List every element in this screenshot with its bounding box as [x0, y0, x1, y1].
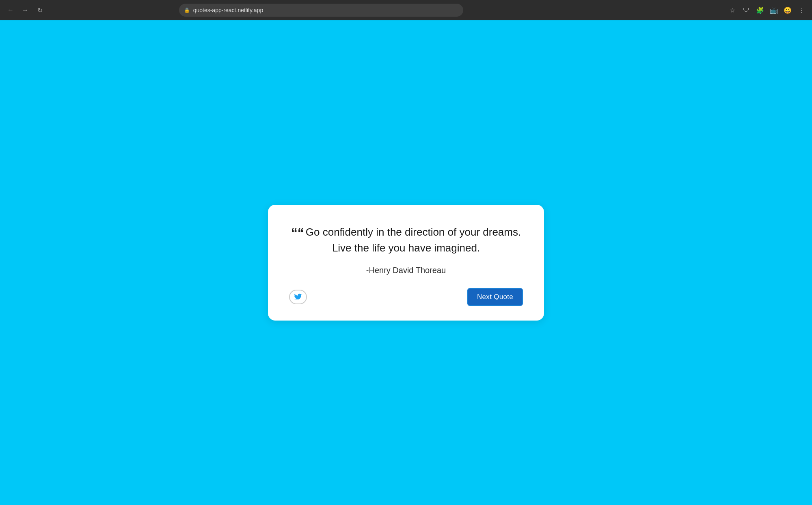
quote-author: -Henry David Thoreau	[289, 266, 523, 275]
star-button[interactable]: ☆	[727, 4, 738, 16]
menu-button[interactable]: ⋮	[796, 4, 807, 16]
lock-icon: 🔒	[184, 7, 190, 13]
cast-button[interactable]: 📺	[768, 4, 780, 16]
quote-text: ““Go confidently in the direction of you…	[289, 224, 523, 256]
browser-chrome: ← → ↻ 🔒 quotes-app-react.netlify.app ☆ 🛡…	[0, 0, 812, 20]
forward-button[interactable]: →	[19, 4, 31, 16]
next-quote-button[interactable]: Next Quote	[467, 288, 523, 306]
card-footer: Next Quote	[289, 288, 523, 306]
shield-button[interactable]: 🛡	[741, 4, 752, 16]
quote-card: ““Go confidently in the direction of you…	[268, 205, 544, 321]
address-bar: 🔒 quotes-app-react.netlify.app	[179, 4, 463, 17]
browser-actions: ☆ 🛡 🧩 📺 😀 ⋮	[727, 4, 807, 16]
back-button[interactable]: ←	[5, 4, 16, 16]
url-text: quotes-app-react.netlify.app	[193, 7, 458, 13]
twitter-icon	[294, 293, 302, 301]
quote-body: Go confidently in the direction of your …	[306, 226, 521, 254]
twitter-share-button[interactable]	[289, 290, 307, 304]
reload-button[interactable]: ↻	[34, 4, 45, 16]
puzzle-button[interactable]: 🧩	[754, 4, 766, 16]
main-content: ““Go confidently in the direction of you…	[0, 20, 812, 505]
profile-button[interactable]: 😀	[782, 4, 793, 16]
quote-mark: ““	[291, 225, 304, 240]
